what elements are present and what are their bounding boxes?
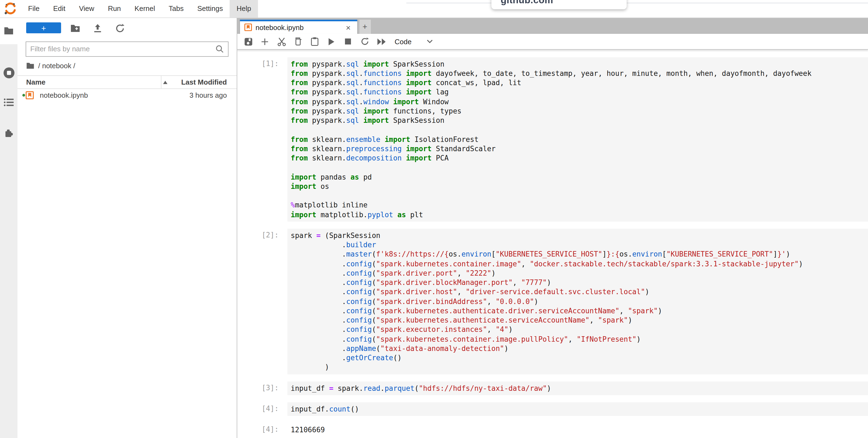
menu-view[interactable]: View [72, 0, 101, 17]
code-line: input_df.count() [291, 404, 868, 414]
paste-icon [311, 37, 318, 46]
code-line: .appName("taxi-data-anomaly-detection") [291, 344, 868, 353]
code-line: from pyspark.sql.functions import concat… [291, 78, 868, 88]
menu-edit[interactable]: Edit [46, 0, 72, 17]
restart-kernel-button[interactable] [360, 37, 369, 46]
column-header-name[interactable]: Name [18, 78, 45, 86]
code-cell: [4]:input_df.count() [237, 402, 868, 416]
notebook-scroll-area[interactable]: [1]:from pyspark.sql import SparkSession… [237, 49, 868, 438]
add-cell-icon [261, 37, 269, 46]
cell-prompt: [1]: [237, 57, 287, 222]
code-line: .master(f'k8s://https://{os.environ["KUB… [291, 250, 868, 259]
save-button[interactable] [244, 37, 253, 46]
refresh-icon[interactable] [115, 23, 125, 33]
file-modified: 3 hours ago [189, 91, 227, 99]
home-folder-icon [26, 62, 34, 69]
tab-bar: notebook.ipynb × + [237, 17, 868, 34]
code-cell: [2]:spark = (SparkSession .builder .mast… [237, 229, 868, 374]
cell-type-dropdown[interactable]: Code [395, 37, 411, 46]
breadcrumb[interactable]: / notebook / [18, 57, 237, 75]
close-tab-icon[interactable]: × [344, 23, 352, 32]
code-line: .config("spark.kubernetes.authenticate.s… [291, 316, 868, 325]
code-line: 12106669 [291, 425, 868, 435]
file-filter-box [25, 41, 228, 57]
extensions-icon [4, 128, 14, 138]
running-indicator-dot [22, 94, 25, 97]
tab-notebook[interactable]: notebook.ipynb × [239, 19, 358, 34]
code-line: from sklearn.preprocessing import Standa… [291, 144, 868, 154]
stackable-logo-icon [4, 2, 17, 15]
code-line: .getOrCreate() [291, 353, 868, 363]
column-header-modified[interactable]: Last Modified [181, 78, 227, 86]
new-tab-button[interactable]: + [359, 19, 371, 34]
upload-icon[interactable] [93, 23, 102, 33]
output-cell: [4]:12106669 [237, 423, 868, 437]
restart-icon [360, 37, 369, 46]
cell-editor[interactable]: input_df = spark.read.parquet("hdfs://hd… [287, 381, 868, 395]
sidebar-item-files[interactable] [0, 17, 18, 44]
code-line: .config("spark.kubernetes.authenticate.d… [291, 306, 868, 316]
menu-kernel[interactable]: Kernel [128, 0, 162, 17]
code-line: .config("spark.kubernetes.container.imag… [291, 334, 868, 344]
file-filter-input[interactable] [26, 45, 215, 53]
paste-button[interactable] [310, 37, 319, 46]
save-icon [244, 37, 252, 46]
github-popup: github.com [491, 0, 626, 9]
cut-button[interactable] [277, 37, 286, 46]
cut-icon [277, 37, 286, 46]
popup-text: github.com [501, 0, 553, 6]
cell-editor[interactable]: spark = (SparkSession .builder .master(f… [287, 229, 868, 374]
code-line: .config("spark.driver.blockManager.port"… [291, 278, 868, 287]
code-line: import os [291, 182, 868, 191]
chevron-down-icon[interactable] [426, 39, 433, 43]
file-list-header: Name Last Modified [18, 75, 237, 89]
menu-tabs[interactable]: Tabs [162, 0, 191, 17]
cell-editor[interactable]: input_df.count() [287, 402, 868, 416]
notebook-file-icon [244, 24, 252, 31]
cell-editor[interactable]: from pyspark.sql import SparkSessionfrom… [287, 57, 868, 222]
copy-icon [294, 37, 302, 46]
code-line: .config("spark.driver.bindAddress", "0.0… [291, 297, 868, 306]
copy-button[interactable] [293, 37, 303, 46]
cell-prompt: [3]: [237, 381, 287, 395]
menu-help[interactable]: Help [229, 0, 258, 17]
menu-file[interactable]: File [21, 0, 46, 17]
sidebar-item-toc[interactable] [0, 90, 18, 115]
new-folder-icon[interactable] [70, 23, 80, 33]
code-cell: [3]:input_df = spark.read.parquet("hdfs:… [237, 381, 868, 395]
code-line: from pyspark.sql import functions, types [291, 107, 868, 116]
stop-icon [345, 38, 351, 45]
file-browser-toolbar: + [18, 17, 237, 39]
code-line: .config("spark.driver.port", "2222") [291, 268, 868, 278]
sidebar-item-running[interactable] [0, 60, 18, 85]
sort-ascending-icon [163, 81, 167, 84]
cell-prompt: [4]: [237, 402, 287, 416]
code-line: .config("spark.executor.instances", "4") [291, 325, 868, 334]
code-line: %matplotlib inline [291, 201, 868, 210]
code-line: from sklearn.decomposition import PCA [291, 153, 868, 163]
menu-run[interactable]: Run [101, 0, 128, 17]
new-launcher-button[interactable]: + [26, 22, 61, 33]
sidebar-item-extensions[interactable] [0, 120, 18, 145]
code-line: from pyspark.sql.functions import dayofw… [291, 69, 868, 78]
code-line: from pyspark.sql.functions import lag [291, 88, 868, 97]
stop-button[interactable] [343, 37, 352, 46]
add-cell-button[interactable] [260, 37, 270, 46]
code-line: .builder [291, 240, 868, 250]
restart-run-all-button[interactable] [377, 37, 386, 46]
notebook-file-icon [26, 91, 34, 99]
code-line: from sklearn.ensemble import IsolationFo… [291, 135, 868, 144]
code-line: .config("spark.driver.host", "driver-ser… [291, 287, 868, 297]
activity-sidebar [0, 17, 18, 438]
code-line: from pyspark.sql import SparkSession [291, 116, 868, 125]
code-line: from pyspark.sql import SparkSession [291, 59, 868, 69]
search-icon [215, 45, 224, 53]
menu-settings[interactable]: Settings [190, 0, 229, 17]
code-line: import pandas as pd [291, 172, 868, 182]
column-divider [161, 76, 161, 88]
code-line: spark = (SparkSession [291, 231, 868, 240]
run-button[interactable] [327, 37, 336, 46]
notebook-toolbar: Code [237, 34, 868, 50]
code-line: .config("spark.kubernetes.container.imag… [291, 259, 868, 268]
file-row-notebook[interactable]: notebook.ipynb 3 hours ago [18, 89, 237, 101]
